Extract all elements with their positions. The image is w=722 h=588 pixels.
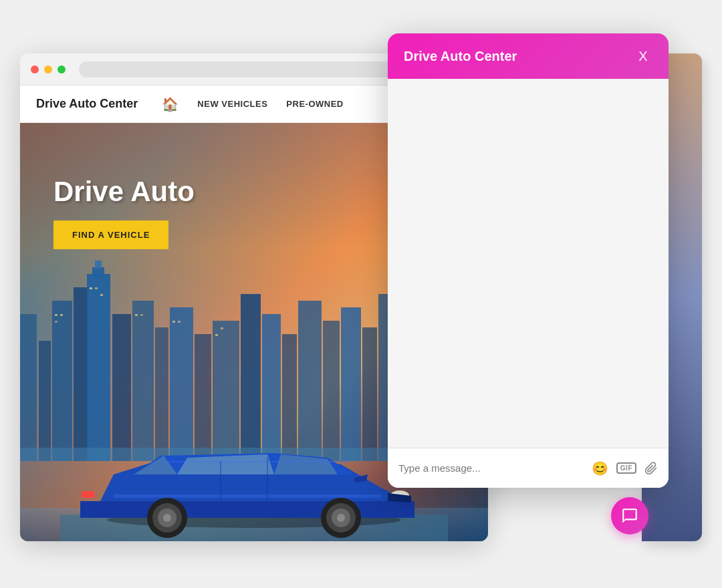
chat-fab-button[interactable] xyxy=(611,497,648,535)
svg-rect-30 xyxy=(100,294,103,296)
chat-messages-area xyxy=(388,79,669,448)
svg-rect-31 xyxy=(135,314,138,316)
minimize-dot[interactable] xyxy=(44,65,52,74)
svg-rect-32 xyxy=(140,314,143,316)
emoji-button[interactable]: 😊 xyxy=(592,460,608,476)
nav-link-new-vehicles[interactable]: NEW VEHICLES xyxy=(197,99,267,109)
chat-header: Drive Auto Center X xyxy=(388,33,669,79)
maximize-dot[interactable] xyxy=(57,65,66,74)
home-icon[interactable]: 🏠 xyxy=(162,96,178,112)
attach-button[interactable] xyxy=(644,462,658,475)
svg-rect-26 xyxy=(60,314,63,316)
chat-widget-title: Drive Auto Center xyxy=(404,49,517,64)
nav-link-pre-owned[interactable]: PRE-OWNED xyxy=(286,99,343,109)
svg-rect-36 xyxy=(221,327,223,329)
svg-rect-35 xyxy=(215,334,218,336)
chat-bubble-icon xyxy=(621,507,638,525)
gif-button[interactable]: GIF xyxy=(616,462,636,474)
close-dot[interactable] xyxy=(31,65,39,74)
svg-point-47 xyxy=(163,514,171,522)
chat-close-button[interactable]: X xyxy=(634,47,652,65)
svg-rect-29 xyxy=(95,287,98,289)
svg-rect-5 xyxy=(92,267,104,277)
paperclip-icon xyxy=(644,462,658,475)
svg-rect-25 xyxy=(55,314,57,316)
svg-point-43 xyxy=(337,514,345,522)
svg-rect-49 xyxy=(82,491,95,498)
chat-widget: Drive Auto Center X 😊 GIF xyxy=(388,33,669,488)
svg-rect-33 xyxy=(172,321,175,323)
svg-rect-28 xyxy=(90,287,92,289)
chat-input-area: 😊 GIF xyxy=(388,448,669,488)
svg-rect-34 xyxy=(178,321,180,323)
chat-message-input[interactable] xyxy=(398,462,584,474)
svg-rect-6 xyxy=(95,261,102,269)
svg-rect-27 xyxy=(55,321,57,323)
site-logo: Drive Auto Center xyxy=(36,97,138,111)
find-vehicle-button[interactable]: FIND A VEHICLE xyxy=(53,220,168,249)
